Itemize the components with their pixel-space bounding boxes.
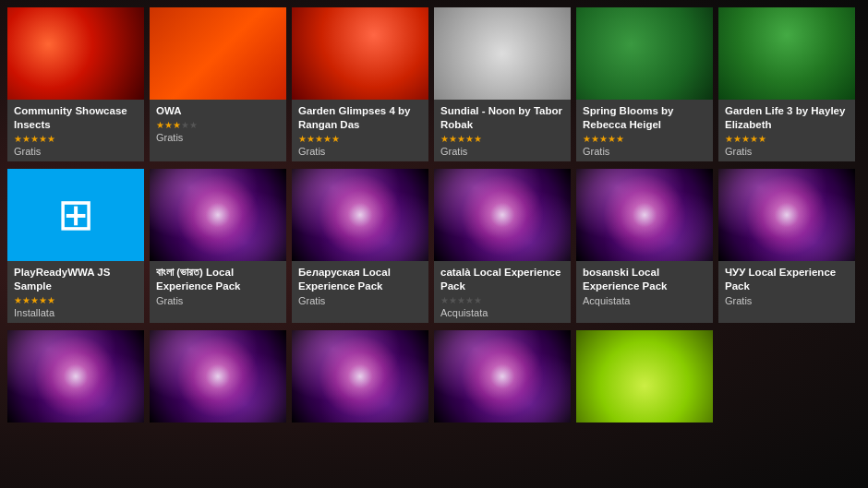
tile-stars-owa: ★★★★★: [156, 120, 280, 130]
tile-title-bengali: বাংলা (ভারত) Local Experience Pack: [156, 266, 280, 293]
tile-image-bengali: [150, 169, 286, 261]
tile-row3-plasma3[interactable]: [292, 330, 428, 423]
tile-chuvash[interactable]: ЧУУ Local Experience Pack Gratis: [718, 169, 855, 323]
tile-price-catala: Acquistata: [440, 307, 564, 318]
tile-title-playready: PlayReadyWWA JS Sample: [14, 266, 138, 293]
tile-price-sundial: Gratis: [440, 146, 564, 157]
app-grid: Community Showcase Insects ★★★★★ Gratis …: [0, 0, 868, 488]
tile-community-showcase[interactable]: Community Showcase Insects ★★★★★ Gratis: [7, 7, 144, 161]
tile-title-garden-life: Garden Life 3 by Hayley Elizabeth: [725, 104, 849, 132]
tile-image-chuvash: [718, 169, 855, 261]
grid-row-1: Community Showcase Insects ★★★★★ Gratis …: [7, 7, 861, 161]
tile-image-row3-plasma1: [7, 330, 144, 423]
tile-info-belarusian: Беларуская Local Experience Pack Gratis: [292, 261, 428, 323]
tile-image-row3-plasma3: [292, 330, 428, 423]
tile-image-garden-life: [718, 7, 855, 100]
tile-garden-glimpses[interactable]: Garden Glimpses 4 by Rangan Das ★★★★★ Gr…: [292, 7, 428, 161]
tile-info-chuvash: ЧУУ Local Experience Pack Gratis: [718, 261, 855, 323]
tile-title-community-showcase: Community Showcase Insects: [14, 104, 138, 132]
tile-title-chuvash: ЧУУ Local Experience Pack: [725, 266, 849, 293]
tile-info-playready: PlayReadyWWA JS Sample ★★★★★ Installata: [7, 261, 144, 323]
tile-price-community-showcase: Gratis: [14, 146, 138, 157]
tile-title-garden-glimpses: Garden Glimpses 4 by Rangan Das: [298, 104, 422, 132]
tile-price-bosnian: Acquistata: [583, 295, 706, 306]
tile-belarusian[interactable]: Беларуская Local Experience Pack Gratis: [292, 169, 428, 323]
tile-price-belarusian: Gratis: [298, 295, 422, 306]
tile-title-owa: OWA: [156, 104, 280, 118]
tile-price-garden-life: Gratis: [725, 146, 849, 157]
tile-bosnian[interactable]: bosanski Local Experience Pack Acquistat…: [576, 169, 713, 323]
tile-info-garden-glimpses: Garden Glimpses 4 by Rangan Das ★★★★★ Gr…: [292, 100, 428, 161]
tile-image-belarusian: [292, 169, 428, 261]
tile-title-belarusian: Беларуская Local Experience Pack: [298, 266, 422, 293]
tile-info-owa: OWA ★★★★★ Gratis: [150, 100, 286, 161]
tile-image-spring-blooms: [576, 7, 713, 100]
tile-image-row3-garden3d: [576, 330, 713, 423]
tile-playready[interactable]: ⊞ PlayReadyWWA JS Sample ★★★★★ Installat…: [7, 169, 144, 323]
tile-image-row3-plasma4: [434, 330, 571, 423]
tile-price-bengali: Gratis: [156, 295, 280, 306]
tile-owa[interactable]: OWA ★★★★★ Gratis: [150, 7, 286, 161]
tile-stars-community-showcase: ★★★★★: [14, 134, 138, 144]
tile-price-spring-blooms: Gratis: [583, 146, 706, 157]
tile-price-owa: Gratis: [156, 132, 280, 143]
tile-bengali[interactable]: বাংলা (ভারত) Local Experience Pack Grati…: [150, 169, 286, 323]
tile-title-bosnian: bosanski Local Experience Pack: [583, 266, 706, 293]
tile-row3-plasma1[interactable]: [7, 330, 144, 423]
tile-info-sundial: Sundial - Noon by Tabor Robak ★★★★★ Grat…: [434, 100, 571, 161]
tile-row3-plasma4[interactable]: [434, 330, 571, 423]
tile-info-bosnian: bosanski Local Experience Pack Acquistat…: [576, 261, 713, 323]
tile-garden-life[interactable]: Garden Life 3 by Hayley Elizabeth ★★★★★ …: [718, 7, 855, 161]
tile-stars-garden-life: ★★★★★: [725, 134, 849, 144]
tile-info-garden-life: Garden Life 3 by Hayley Elizabeth ★★★★★ …: [718, 100, 855, 161]
tile-title-sundial: Sundial - Noon by Tabor Robak: [440, 104, 564, 132]
tile-image-owa: [150, 7, 286, 100]
tile-info-community-showcase: Community Showcase Insects ★★★★★ Gratis: [7, 100, 144, 161]
tile-stars-sundial: ★★★★★: [440, 134, 564, 144]
tile-image-garden-glimpses: [292, 7, 428, 100]
tile-info-bengali: বাংলা (ভারত) Local Experience Pack Grati…: [150, 261, 286, 323]
tile-image-playready: ⊞: [7, 169, 144, 261]
tile-catala[interactable]: català Local Experience Pack ★★★★★ Acqui…: [434, 169, 571, 323]
tile-image-bosnian: [576, 169, 713, 261]
tile-image-community-showcase: [7, 7, 144, 100]
grid-row-2: ⊞ PlayReadyWWA JS Sample ★★★★★ Installat…: [7, 169, 861, 323]
tile-stars-spring-blooms: ★★★★★: [583, 134, 706, 144]
tile-price-garden-glimpses: Gratis: [298, 146, 422, 157]
tile-image-row3-plasma2: [150, 330, 286, 423]
tile-row3-plasma2[interactable]: [150, 330, 286, 423]
tile-row3-garden3d[interactable]: [576, 330, 713, 423]
tile-price-playready: Installata: [14, 307, 138, 318]
tile-title-spring-blooms: Spring Blooms by Rebecca Heigel: [583, 104, 706, 132]
tile-info-catala: català Local Experience Pack ★★★★★ Acqui…: [434, 261, 571, 323]
tile-title-catala: català Local Experience Pack: [440, 266, 564, 293]
tile-spring-blooms[interactable]: Spring Blooms by Rebecca Heigel ★★★★★ Gr…: [576, 7, 713, 161]
windows-logo-icon: ⊞: [57, 193, 94, 237]
tile-stars-playready: ★★★★★: [14, 295, 138, 305]
grid-row-3: [7, 330, 861, 423]
tile-stars-catala: ★★★★★: [440, 295, 564, 305]
tile-image-catala: [434, 169, 571, 261]
tile-info-spring-blooms: Spring Blooms by Rebecca Heigel ★★★★★ Gr…: [576, 100, 713, 161]
tile-sundial[interactable]: Sundial - Noon by Tabor Robak ★★★★★ Grat…: [434, 7, 571, 161]
tile-stars-garden-glimpses: ★★★★★: [298, 134, 422, 144]
tile-price-chuvash: Gratis: [725, 295, 849, 306]
tile-image-sundial: [434, 7, 571, 100]
